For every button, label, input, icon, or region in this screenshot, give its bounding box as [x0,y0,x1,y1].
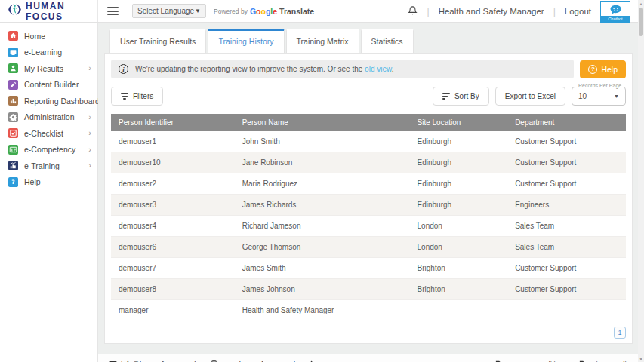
table-cell: George Thomson [235,237,410,258]
svg-text:?: ? [11,179,14,186]
person-icon [8,63,18,73]
checkbox-icon [8,128,18,138]
chat-bubble-icon [609,5,622,15]
chatbot-button-label: Chatbot [601,16,630,22]
filters-button[interactable]: Filters [111,87,163,106]
sidebar-item-e-learning[interactable]: e-Learning [0,44,97,61]
table-row: demouser3James RichardsEdinburghEngineer… [111,195,626,216]
chevron-right-icon: › [88,129,91,137]
table-cell: - [507,300,626,321]
brand-name: HUMAN FOCUS [26,1,97,22]
sidebar-item-label: e-Competency [24,145,75,154]
table-row: demouser1John SmithEdinburghCustomer Sup… [111,131,626,152]
tab-training-matrix[interactable]: Training Matrix [286,29,359,53]
bar-chart-icon [8,96,18,106]
sidebar-item-e-training[interactable]: e-Training› [0,158,97,174]
help-button-label: Help [601,65,618,74]
chevron-down-icon: ▼ [195,8,201,14]
app-screen: HUMAN FOCUS Select Language ▼ Powered by… [0,0,644,362]
table-row: demouser4Richard JamesonLondonSales Team [111,216,626,237]
tab-statistics[interactable]: Statistics [361,29,414,53]
tab-bar: User Training ResultsTraining HistoryTra… [104,29,633,53]
chart-icon [8,161,18,170]
powered-by-label: Powered by [214,8,248,15]
table-cell: demouser3 [111,195,235,216]
scroll-up-arrow-icon[interactable]: ▲ [638,0,644,7]
table-cell: James Richards [235,195,410,216]
sidebar-item-my-results[interactable]: My Results› [0,60,97,77]
sidebar-item-label: e-Checklist [24,129,63,138]
table-cell: Customer Support [507,131,626,152]
tab-user-training-results[interactable]: User Training Results [109,29,206,53]
info-icon: i [119,64,128,74]
scrollbar-thumb[interactable] [639,8,643,36]
table-row: demouser10Jane RobinsonEdinburghCustomer… [111,152,626,173]
sidebar-item-e-checklist[interactable]: e-Checklist› [0,125,97,142]
table-cell: Customer Support [507,279,626,300]
table-cell: Customer Support [507,173,626,195]
human-focus-logo-icon [8,2,22,20]
chevron-right-icon: › [88,161,91,170]
brand-logo[interactable]: HUMAN FOCUS [0,0,98,22]
sidebar-item-e-competency[interactable]: e-Competency› [0,142,97,158]
table-header-row: Person IdentifierPerson NameSite Locatio… [111,114,626,131]
filters-button-label: Filters [133,92,153,100]
logout-link[interactable]: Logout [565,7,591,16]
table-toolbar: Filters Sort By Export to Excel Records … [111,87,626,106]
sidebar-item-label: e-Learning [24,48,62,57]
table-cell: Edinburgh [410,195,508,216]
hamburger-menu-icon[interactable] [107,7,119,15]
tab-training-history[interactable]: Training History [208,29,284,53]
language-select[interactable]: Select Language ▼ [132,4,206,18]
table-cell: Richard Jameson [235,216,410,237]
sidebar-item-label: Help [24,177,41,186]
table-cell: demouser7 [111,258,235,279]
notifications-bell-icon[interactable] [407,5,418,17]
table-row: demouser6George ThomsonLondonSales Team [111,237,626,258]
table-cell: demouser6 [111,237,235,258]
table-cell: demouser2 [111,173,235,195]
sort-by-button[interactable]: Sort By [433,87,489,106]
table-row: managerHealth and Safety Manager-- [111,300,626,321]
home-icon [8,31,18,41]
records-per-page-select[interactable]: Records Per Page 10 ▼ [572,87,626,106]
help-button[interactable]: ? Help [580,60,626,78]
google-logo: Google [250,7,277,16]
topbar: HUMAN FOCUS Select Language ▼ Powered by… [0,0,644,23]
column-header-site-location: Site Location [410,114,508,131]
scroll-down-arrow-icon[interactable]: ▼ [638,355,644,362]
user-role-label: Health and Safety Manager [439,7,544,16]
table-cell: demouser1 [111,131,235,152]
vertical-scrollbar[interactable]: ▲ ▼ [638,0,644,362]
table-cell: Brighton [410,258,508,279]
chevron-right-icon: › [88,64,91,72]
table-cell: Engineers [507,195,626,216]
table-cell: Maria Rodriguez [235,173,410,195]
table-cell: James Johnson [235,279,410,300]
table-cell: manager [111,300,235,321]
sort-by-button-label: Sort By [454,92,479,100]
translate-label: Translate [279,7,314,16]
sidebar-item-administration[interactable]: Administration› [0,109,97,126]
sidebar-item-label: My Results [24,64,63,73]
old-view-link[interactable]: old view [365,65,392,73]
table-cell: demouser8 [111,279,235,300]
records-per-page-value: 10 [578,92,587,100]
page-button-1[interactable]: 1 [614,327,626,339]
chatbot-button[interactable]: Chatbot [600,1,630,23]
divider: | [427,6,430,17]
chevron-right-icon: › [88,113,91,121]
table-cell: Sales Team [507,237,626,258]
sidebar-item-help[interactable]: ?Help [0,174,97,191]
sidebar: Homee-LearningMy Results›Content Builder… [0,23,98,362]
gear-icon [8,112,18,122]
sidebar-item-home[interactable]: Home [0,28,97,44]
table-cell: Customer Support [507,258,626,279]
export-to-excel-button[interactable]: Export to Excel [495,87,565,106]
screen-icon [8,48,18,57]
table-cell: London [410,237,508,258]
sidebar-item-reporting-dashboard[interactable]: Reporting Dashboard [0,93,97,109]
chevron-right-icon: › [88,146,91,154]
sidebar-item-content-builder[interactable]: Content Builder [0,77,97,94]
column-header-person-name: Person Name [235,114,410,131]
